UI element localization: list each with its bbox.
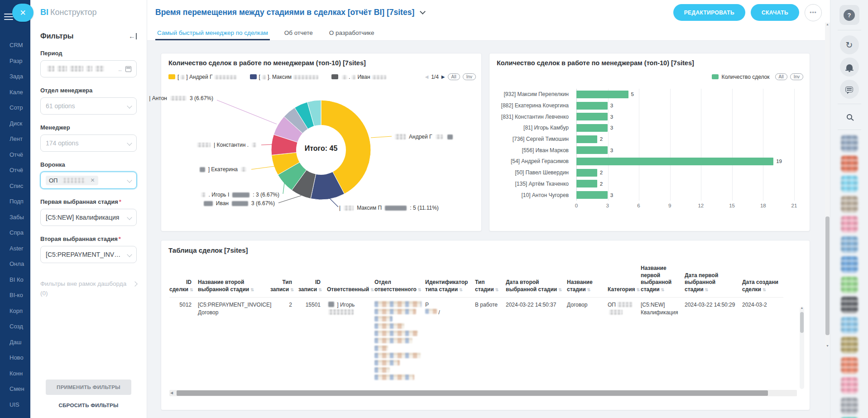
sidebar-item[interactable]: Диск [10, 120, 30, 136]
sort-icon[interactable]: ⇅ [459, 288, 463, 292]
main-vertical-scrollbar[interactable]: ▲ ▼ [825, 23, 830, 347]
table-vertical-scrollbar[interactable]: ▲ [800, 307, 804, 389]
table-header-cell[interactable]: Название второй выбранной стадии⇅ [198, 263, 270, 298]
sort-icon[interactable]: ⇅ [587, 288, 591, 292]
reset-filters-button[interactable]: СБРОСИТЬ ФИЛЬТРЫ [30, 403, 147, 408]
legend-prev-icon[interactable]: ◀ [425, 74, 428, 79]
department-select[interactable]: 61 options [40, 97, 137, 115]
table-header-cell[interactable]: Дата создани сделки⇅ [742, 263, 783, 298]
avatar[interactable] [841, 135, 858, 152]
sort-icon[interactable]: ⇅ [495, 288, 499, 292]
table-header-cell[interactable]: Название стадии⇅ [567, 263, 608, 298]
avatar[interactable] [841, 276, 858, 293]
title-dropdown-icon[interactable] [420, 9, 426, 14]
sidebar-item[interactable]: Созд [10, 323, 30, 339]
sidebar-item[interactable]: CRM [10, 42, 30, 58]
sidebar-item[interactable]: Смен [10, 385, 30, 401]
legend-all-button[interactable]: All [775, 73, 787, 80]
table-header-cell[interactable]: Отдел ответственного⇅ [374, 263, 425, 298]
sidebar-item[interactable]: Aster [10, 245, 30, 261]
bar[interactable] [576, 146, 608, 154]
sidebar-item[interactable]: Конн [10, 370, 30, 386]
avatar[interactable] [841, 155, 858, 173]
bell-icon[interactable] [840, 58, 859, 77]
sidebar-item[interactable]: Кале [10, 89, 30, 105]
avatar[interactable] [841, 256, 858, 273]
scrollbar-thumb[interactable] [177, 390, 768, 396]
chat-icon[interactable] [840, 80, 859, 99]
sidebar-item[interactable]: Онла [10, 260, 30, 276]
second-stage-select[interactable]: [C5:PREPAYMENT_INVOIC... [40, 246, 137, 263]
table-header-cell[interactable]: ID записи⇅ [298, 263, 327, 298]
legend-next-icon[interactable]: ▶ [441, 74, 445, 79]
bar[interactable] [576, 135, 597, 143]
bar[interactable] [576, 169, 597, 177]
scroll-up-icon[interactable]: ▲ [825, 23, 830, 26]
close-icon[interactable]: ✕ [12, 4, 34, 22]
sidebar-item[interactable]: Спра [10, 229, 30, 245]
sidebar-item[interactable]: BI Ко [10, 276, 30, 292]
avatar[interactable] [841, 196, 858, 213]
bar[interactable] [576, 102, 608, 110]
legend-inv-button[interactable]: Inv [790, 73, 803, 80]
help-icon[interactable]: ? [839, 5, 859, 25]
table-header-cell[interactable]: Идентификатор типа стадии⇅ [425, 263, 475, 298]
sidebar-item[interactable]: Сотр [10, 104, 30, 120]
table-horizontal-scrollbar[interactable]: ◀ [169, 390, 797, 396]
scrollbar-thumb[interactable] [800, 312, 804, 333]
more-options-button[interactable]: ••• [805, 4, 822, 21]
bar[interactable] [576, 91, 628, 98]
period-input[interactable]: .. [40, 60, 137, 77]
avatar[interactable] [841, 397, 858, 414]
scroll-left-icon[interactable]: ◀ [170, 391, 173, 395]
sidebar-item[interactable]: BI-ко [10, 292, 30, 307]
avatar[interactable] [841, 317, 858, 334]
table-header-cell[interactable]: Тип стадии⇅ [475, 263, 506, 298]
sort-icon[interactable]: ⇅ [558, 288, 562, 292]
table-header-cell[interactable]: Категория⇅ [608, 263, 641, 298]
sidebar-item[interactable]: Корп [10, 307, 30, 323]
tab-active[interactable]: Самый быстрый менеджер по сделкам [157, 25, 268, 40]
avatar[interactable] [841, 175, 858, 192]
sort-icon[interactable]: ⇅ [418, 288, 422, 292]
table-header-cell[interactable]: Дата первой выбранной стадии⇅ [685, 263, 742, 298]
avatar[interactable] [841, 336, 858, 354]
search-icon[interactable] [840, 109, 859, 125]
tab-item[interactable]: Об отчете [284, 25, 313, 40]
sidebar-item[interactable]: Забы [10, 214, 30, 230]
sidebar-item[interactable]: Лент [10, 135, 30, 151]
sidebar-item[interactable]: Разр [10, 58, 30, 73]
sidebar-item[interactable]: Отчё [10, 151, 30, 167]
legend-item[interactable]: []. Максим [250, 74, 320, 80]
avatar[interactable] [841, 236, 858, 253]
sync-icon[interactable]: ↻ [840, 35, 859, 54]
menu-icon[interactable] [4, 14, 13, 20]
sort-icon[interactable]: ⇅ [762, 288, 766, 292]
sort-icon[interactable]: ⇅ [318, 288, 322, 292]
edit-button[interactable]: РЕДАКТИРОВАТЬ [673, 4, 745, 21]
bar[interactable] [576, 124, 608, 132]
avatar[interactable] [841, 216, 858, 233]
sidebar-item[interactable]: Ново [10, 354, 30, 370]
sort-icon[interactable]: ⇅ [370, 288, 374, 292]
legend-item[interactable]: [] Андрей Г [168, 74, 238, 80]
outer-filters-link[interactable]: Фильтры вне рамок дашборда (0) [40, 280, 137, 297]
legend-all-button[interactable]: All [448, 73, 460, 80]
sort-icon[interactable]: ⇅ [661, 288, 665, 292]
table-header-cell[interactable]: Название первой выбранной стадии⇅ [641, 263, 685, 298]
sort-icon[interactable]: ⇅ [705, 288, 709, 292]
avatar[interactable] [841, 357, 858, 374]
sort-icon[interactable]: ⇅ [190, 288, 193, 292]
bar[interactable] [576, 113, 608, 120]
scrollbar-thumb[interactable] [825, 216, 830, 335]
sidebar-item[interactable]: Даш [10, 339, 30, 355]
apply-filters-button[interactable]: ПРИМЕНИТЬ ФИЛЬТРЫ [46, 380, 131, 395]
bar[interactable] [576, 158, 773, 165]
legend-item[interactable]: .Иван [331, 74, 388, 80]
sort-icon[interactable]: ⇅ [290, 288, 294, 292]
bar[interactable] [576, 180, 597, 187]
funnel-select[interactable]: ОП ✕ [40, 172, 137, 189]
tab-item[interactable]: О разработчике [329, 25, 374, 40]
sidebar-item[interactable]: Отчё [10, 167, 30, 183]
bar[interactable] [576, 191, 608, 199]
